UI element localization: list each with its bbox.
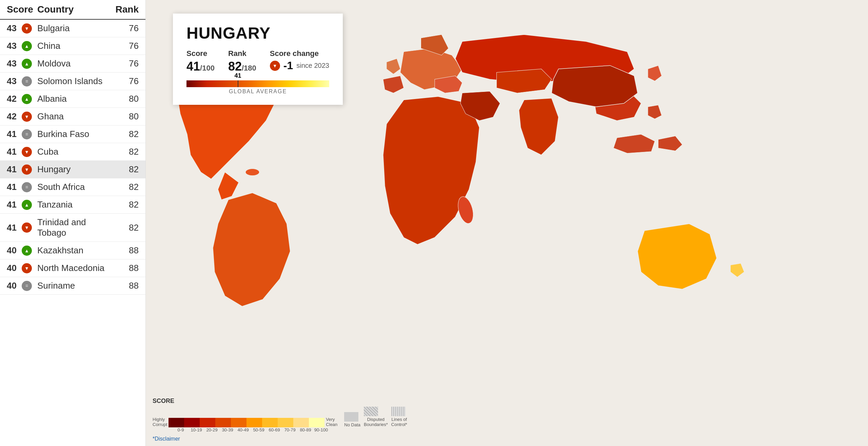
score-cell: 41 = (7, 129, 37, 139)
table-row[interactable]: 41 ▼ Trinidad and Tobago 82 (0, 214, 145, 242)
no-data-box (344, 412, 358, 422)
highly-corrupt-label: HighlyCorrupt (153, 417, 167, 427)
score-number: 41 (7, 222, 19, 233)
table-row[interactable]: 41 = Burkina Faso 82 (0, 125, 145, 143)
popup-rank-label: Rank (228, 49, 256, 58)
rank-value: 82 (112, 222, 139, 233)
score-cell: 43 ▼ (7, 23, 37, 34)
score-number: 40 (7, 263, 19, 273)
trend-icon: ▲ (22, 246, 32, 256)
table-row[interactable]: 40 ▲ Kazakhstan 88 (0, 242, 145, 259)
disclaimer-link[interactable]: *Disclaimer (153, 436, 180, 442)
trend-icon: ▼ (22, 263, 32, 273)
legend-block-0-9 (169, 418, 184, 427)
country-table: Score Country Rank 43 ▼ Bulgaria 76 43 ▲… (0, 0, 146, 446)
rank-column-header: Rank (112, 4, 139, 15)
score-bar-container: 41 GLOBAL AVERAGE (186, 80, 329, 95)
table-row[interactable]: 40 ▼ North Macedonia 88 (0, 259, 145, 277)
popup-score-value: 41/100 (186, 59, 215, 74)
score-cell: 43 ▲ (7, 41, 37, 51)
no-data-label: No Data (344, 422, 360, 427)
disputed-legend: DisputedBoundaries* (364, 407, 388, 427)
country-column-header: Country (37, 4, 112, 15)
legend-gradient (169, 418, 324, 427)
disputed-label: DisputedBoundaries* (364, 417, 388, 427)
table-row[interactable]: 42 ▼ Ghana 80 (0, 108, 145, 125)
score-cell: 42 ▲ (7, 94, 37, 104)
table-header: Score Country Rank (0, 0, 145, 20)
trend-icon: = (22, 129, 32, 139)
rank-value: 88 (112, 245, 139, 256)
table-row[interactable]: 43 = Solomon Islands 76 (0, 73, 145, 90)
trend-icon: = (22, 76, 32, 86)
country-name: Trinidad and Tobago (37, 217, 112, 238)
very-clean-label: VeryClean (326, 417, 337, 427)
score-number: 41 (7, 147, 19, 157)
score-cell: 41 ▲ (7, 199, 37, 210)
score-number: 42 (7, 94, 19, 104)
trend-icon: ▼ (22, 112, 32, 122)
rank-value: 76 (112, 76, 139, 86)
score-number: 43 (7, 76, 19, 86)
score-number: 43 (7, 41, 19, 51)
map-legend: SCORE HighlyCorrupt VeryClean (153, 397, 407, 432)
legend-block-10-19 (184, 418, 200, 427)
table-row[interactable]: 41 ▼ Cuba 82 (0, 143, 145, 161)
score-number: 42 (7, 111, 19, 122)
legend-block-90-100 (309, 418, 324, 427)
score-cell: 41 ▼ (7, 222, 37, 233)
table-row[interactable]: 43 ▼ Bulgaria 76 (0, 20, 145, 37)
rank-value: 82 (112, 147, 139, 157)
disputed-box (364, 407, 378, 416)
score-number: 41 (7, 129, 19, 139)
lines-legend: Lines ofControl* (391, 407, 407, 427)
legend-block-30-39 (215, 418, 231, 427)
score-cell: 42 ▼ (7, 111, 37, 122)
legend-block-40-49 (231, 418, 246, 427)
score-cell: 41 ▼ (7, 164, 37, 175)
bar-marker-value: 41 (235, 72, 241, 79)
score-cell: 40 = (7, 280, 37, 291)
table-row[interactable]: 41 ▲ Tanzania 82 (0, 196, 145, 214)
popup-rank-value: 82/180 (228, 59, 256, 74)
rank-value: 88 (112, 280, 139, 291)
disclaimer[interactable]: *Disclaimer (153, 436, 180, 442)
trend-icon: ▼ (22, 147, 32, 157)
score-number: 40 (7, 245, 19, 256)
change-down-icon: ▼ (270, 61, 280, 71)
legend-block-70-79 (278, 418, 293, 427)
legend-block-20-29 (200, 418, 215, 427)
country-name: Bulgaria (37, 23, 112, 34)
country-name: Albania (37, 94, 112, 104)
rank-value: 88 (112, 263, 139, 273)
trend-icon: ▼ (22, 222, 32, 233)
country-name: Hungary (37, 164, 112, 175)
legend-block-80-89 (293, 418, 309, 427)
table-row[interactable]: 42 ▲ Albania 80 (0, 90, 145, 108)
score-cell: 41 ▼ (7, 147, 37, 157)
table-row[interactable]: 43 ▲ China 76 (0, 37, 145, 55)
country-name: China (37, 41, 112, 51)
country-name: Tanzania (37, 199, 112, 210)
country-name: Moldova (37, 58, 112, 69)
trend-icon: = (22, 182, 32, 192)
score-cell: 41 = (7, 182, 37, 192)
country-name: Cuba (37, 147, 112, 157)
table-row[interactable]: 41 = South Africa 82 (0, 178, 145, 196)
trend-icon: ▼ (22, 23, 32, 34)
popup-change-stat: Score change ▼ -1 since 2023 (270, 49, 329, 74)
popup-country-title: HUNGARY (186, 24, 329, 42)
score-number: 40 (7, 280, 19, 291)
score-cell: 43 ▲ (7, 58, 37, 69)
trend-icon: ▲ (22, 94, 32, 104)
popup-rank-stat: Rank 82/180 (228, 49, 256, 74)
table-row[interactable]: 43 ▲ Moldova 76 (0, 55, 145, 73)
table-body: 43 ▼ Bulgaria 76 43 ▲ China 76 43 ▲ Mold… (0, 20, 145, 295)
table-row[interactable]: 40 = Suriname 88 (0, 277, 145, 295)
country-name: Ghana (37, 111, 112, 122)
no-data-legend: No Data (344, 412, 360, 427)
rank-value: 80 (112, 94, 139, 104)
table-row[interactable]: 41 ▼ Hungary 82 (0, 161, 145, 178)
legend-block-50-59 (246, 418, 262, 427)
score-column-header: Score (7, 4, 37, 15)
